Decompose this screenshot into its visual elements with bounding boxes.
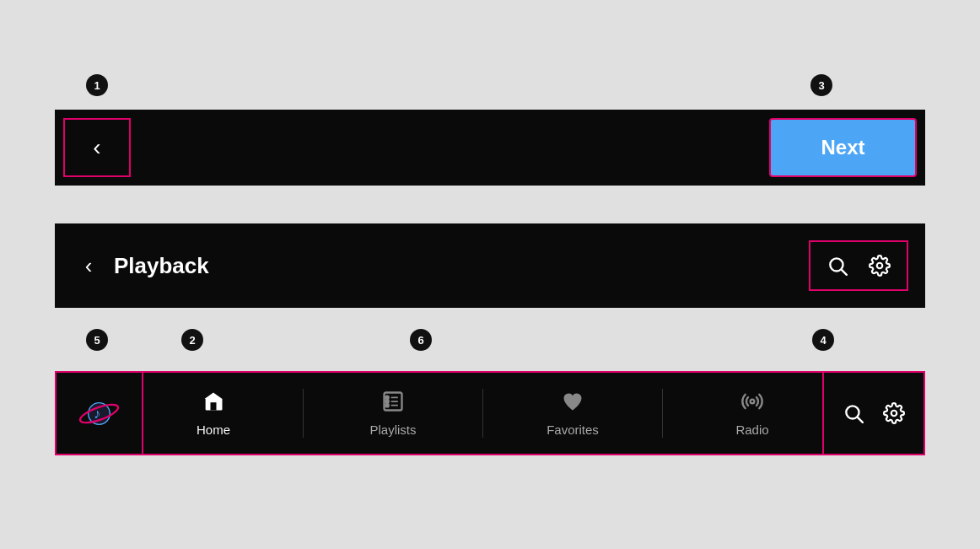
settings-button-bottom[interactable] <box>877 396 911 430</box>
playlists-label: Playlists <box>369 423 416 437</box>
svg-line-13 <box>858 417 863 423</box>
nav-item-favorites[interactable]: Favorites <box>539 390 606 437</box>
next-button[interactable]: Next <box>769 118 917 177</box>
gear-icon-mid <box>869 255 891 277</box>
nav-divider-1 <box>303 389 304 438</box>
nav-divider-2 <box>482 389 483 438</box>
nav-item-playlists[interactable]: Playlists <box>359 390 427 437</box>
svg-point-2 <box>877 263 883 269</box>
back-chevron-mid-icon: ‹ <box>85 253 93 279</box>
gear-icon-bottom <box>883 402 905 424</box>
radio-svg <box>740 390 764 413</box>
home-svg <box>202 390 225 413</box>
logo-section: ♪ <box>55 371 143 455</box>
svg-point-11 <box>751 400 755 404</box>
search-icon <box>827 255 848 277</box>
back-chevron-icon: ‹ <box>93 134 100 161</box>
heart-svg <box>561 390 584 413</box>
nav-item-radio[interactable]: Radio <box>719 390 786 437</box>
playback-title: Playback <box>114 253 809 279</box>
badge-1: 1 <box>86 74 108 96</box>
badge-5: 5 <box>86 329 108 351</box>
playlists-svg <box>381 390 405 413</box>
search-button-bottom[interactable] <box>837 396 870 430</box>
svg-point-14 <box>891 411 897 417</box>
badge-6: 6 <box>410 329 432 351</box>
nav-item-home[interactable]: Home <box>180 390 247 437</box>
mid-action-group <box>809 240 908 291</box>
top-bar: ‹ Next <box>55 110 925 186</box>
favorites-label: Favorites <box>547 423 599 437</box>
search-icon-bottom <box>843 402 864 424</box>
svg-line-1 <box>842 270 847 275</box>
radio-label: Radio <box>735 423 768 437</box>
middle-bar: ‹ Playback <box>55 223 925 308</box>
badge-3: 3 <box>810 74 832 96</box>
nav-items: Home Playlists <box>143 371 824 455</box>
svg-point-10 <box>385 404 389 407</box>
bottom-bar: ♪ Home <box>55 371 925 455</box>
home-label: Home <box>197 423 230 437</box>
next-label: Next <box>821 136 864 159</box>
settings-button-mid[interactable] <box>863 249 897 283</box>
radio-icon <box>740 390 764 419</box>
back-button-mid[interactable]: ‹ <box>72 249 105 283</box>
app-logo-icon: ♪ <box>76 390 122 437</box>
badge-2: 2 <box>181 329 203 351</box>
badge-4: 4 <box>812 329 834 351</box>
search-button-mid[interactable] <box>821 249 854 283</box>
home-icon <box>202 390 225 419</box>
svg-point-8 <box>385 396 389 400</box>
svg-text:♪: ♪ <box>94 406 100 421</box>
favorites-icon <box>561 390 584 419</box>
svg-rect-6 <box>211 402 217 410</box>
playlists-icon <box>381 390 405 419</box>
bottom-action-group <box>824 371 925 455</box>
svg-point-9 <box>385 400 389 403</box>
back-button-top[interactable]: ‹ <box>63 118 131 177</box>
nav-divider-3 <box>662 389 663 438</box>
